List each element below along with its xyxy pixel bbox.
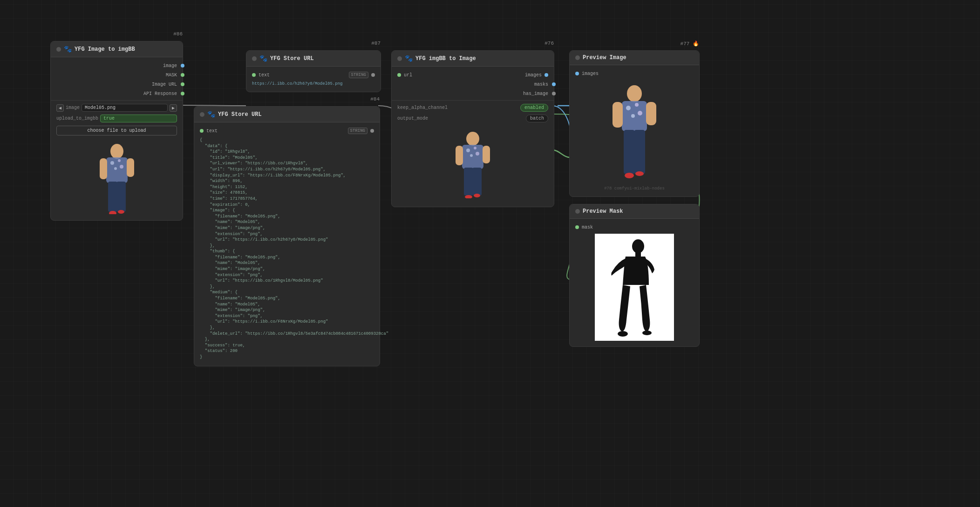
svg-point-5 (114, 167, 117, 170)
port-string-output[interactable] (371, 73, 375, 77)
svg-rect-20 (472, 168, 482, 196)
node-84-title: YFG Store URL (218, 111, 374, 118)
svg-point-3 (110, 161, 114, 165)
port-mask-output[interactable] (181, 73, 184, 77)
port-imageurl-output[interactable] (181, 82, 184, 86)
svg-point-38 (632, 239, 644, 253)
port-76-url-label: url (404, 73, 412, 78)
port-image-row: image (51, 61, 183, 70)
node-84-body: text STRING { "data": { "id": "1Rhgvl8",… (194, 122, 380, 366)
port-76-images-label: images (525, 73, 542, 78)
port-mask-label: MASK (166, 73, 177, 78)
svg-point-36 (635, 171, 644, 176)
port-imageurl-label: Image URL (152, 82, 177, 87)
string-badge-84: STRING (348, 128, 368, 134)
upload-field-row: upload_to_imgbb true (51, 113, 183, 124)
port-76-masks-output[interactable] (552, 82, 556, 86)
svg-point-15 (466, 149, 470, 152)
svg-rect-10 (127, 158, 134, 177)
node-76-model-svg (442, 128, 503, 198)
upload-field-value[interactable]: true (100, 115, 177, 122)
image-field-value[interactable]: Model05.png (82, 104, 168, 112)
node-id-84: #84 (370, 96, 380, 102)
model-image (87, 140, 147, 214)
svg-point-29 (631, 114, 635, 118)
keep-alpha-label: keep_alpha_channel (397, 105, 448, 110)
svg-point-27 (626, 106, 631, 110)
node-77-body: images #78 comfyui-mixlab-nodes (570, 65, 699, 196)
node-76-title: YFG imgBB to Image (415, 55, 548, 62)
svg-point-4 (118, 159, 121, 162)
port-84-string-output[interactable] (370, 129, 374, 133)
node-84-status (200, 112, 204, 117)
node-id-87: #87 (371, 41, 381, 46)
svg-point-25 (627, 85, 642, 102)
preview-mask-body: mask (570, 219, 699, 346)
node-87: #87 🐾 YFG Store URL text STRING https://… (246, 50, 381, 92)
model-image-container (51, 137, 183, 216)
node-id-76: #76 (544, 41, 554, 46)
upload-button[interactable]: choose file to upload (56, 126, 177, 135)
url-display: https://i.ibb.co/h2h67y0/Model05.png (246, 80, 381, 88)
svg-rect-34 (646, 102, 656, 125)
output-mode-label: output_mode (397, 116, 435, 121)
port-76-hasimage-label: has_image (523, 91, 548, 96)
prev-image-arrow[interactable]: ◀ (56, 104, 64, 112)
port-76-hasimage-output[interactable] (552, 92, 556, 95)
node-87-body: text STRING https://i.ibb.co/h2h67y0/Mod… (246, 67, 381, 92)
node-86-status (56, 47, 61, 52)
port-84-text-row: text STRING (194, 126, 380, 135)
port-76-images-output[interactable] (544, 73, 548, 77)
node-84: #84 🐾 YFG Store URL text STRING { "data"… (194, 106, 380, 366)
svg-rect-8 (116, 182, 126, 212)
port-76-masks-row: masks (392, 80, 554, 89)
node-84-emoji: 🐾 (207, 110, 215, 118)
port-apiresponse-label: API Response (143, 91, 177, 96)
port-mask-input-row: mask (570, 223, 699, 232)
port-text-label: text (259, 73, 270, 78)
svg-rect-14 (462, 145, 483, 169)
node-86-header: 🐾 YFG Image to imgBB (51, 41, 183, 57)
preview-mask-status (575, 209, 580, 214)
svg-rect-33 (612, 102, 623, 128)
svg-point-41 (642, 331, 652, 335)
svg-rect-32 (634, 130, 645, 174)
node-84-header: 🐾 YFG Store URL (194, 107, 380, 122)
string-badge: STRING (349, 72, 368, 78)
node-86-emoji: 🐾 (64, 45, 72, 53)
port-76-masks-label: masks (534, 82, 548, 87)
port-77-images-row: images (570, 69, 699, 78)
port-mask-row: MASK (51, 70, 183, 80)
port-77-images-input[interactable] (575, 72, 579, 75)
preview-model-svg (599, 82, 669, 180)
next-image-arrow[interactable]: ▶ (170, 104, 177, 112)
node-87-emoji: 🐾 (259, 54, 267, 62)
svg-point-17 (470, 154, 473, 157)
svg-point-1 (110, 144, 123, 159)
mask-preview-area (595, 234, 674, 341)
svg-point-24 (474, 194, 480, 197)
port-84-text-input[interactable] (200, 129, 204, 133)
node-id-86: #86 (173, 31, 183, 37)
node-watermark: #78 comfyui-mixlab-nodes (570, 184, 699, 193)
port-76-url-input[interactable] (397, 73, 401, 77)
svg-point-30 (638, 111, 642, 115)
svg-rect-19 (464, 168, 473, 196)
port-imageurl-row: Image URL (51, 80, 183, 89)
image-field-label: image (66, 105, 80, 110)
node-87-status (252, 56, 257, 61)
port-text-input[interactable] (252, 73, 256, 77)
svg-point-16 (474, 147, 476, 149)
upload-field-label: upload_to_imgbb (56, 116, 98, 121)
node-86: #86 🐾 YFG Image to imgBB image MASK Imag… (50, 41, 183, 221)
node-77: #77 🔥 Preview Image images (569, 50, 700, 197)
port-image-output[interactable] (181, 64, 184, 68)
keep-alpha-row: keep_alpha_channel enabled (392, 102, 554, 113)
port-mask-input[interactable] (575, 225, 579, 229)
json-display: { "data": { "id": "1Rhgvl8", "title": "M… (194, 135, 380, 362)
port-image-label: image (163, 63, 177, 68)
svg-point-6 (120, 165, 123, 169)
port-apiresponse-output[interactable] (181, 92, 184, 95)
port-apiresponse-row: API Response (51, 89, 183, 98)
svg-rect-21 (456, 146, 463, 165)
